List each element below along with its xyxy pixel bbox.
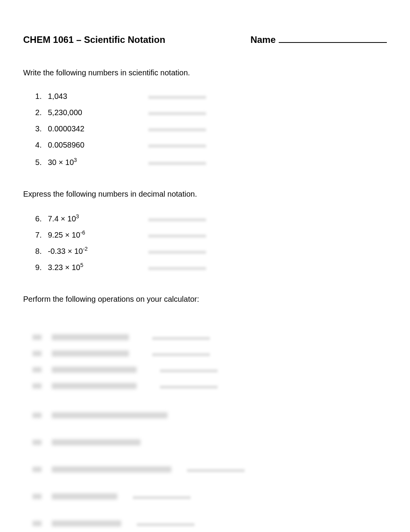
blurred-row	[23, 464, 387, 475]
problem-list-2: 6.7.4 × 1037.9.25 × 10-68.-0.33 × 10-29.…	[23, 213, 387, 274]
answer-blank[interactable]	[148, 128, 206, 131]
blurred-content	[52, 439, 141, 445]
header-row: CHEM 1061 – Scientific Notation Name	[23, 33, 387, 45]
blurred-number	[32, 467, 42, 472]
item-number: 4.	[32, 141, 48, 150]
blurred-row	[23, 491, 387, 502]
item-number: 1.	[32, 92, 48, 101]
blurred-row	[23, 410, 387, 421]
blurred-row	[23, 364, 387, 376]
section-scientific-notation: Write the following numbers in scientifi…	[23, 68, 387, 168]
answer-blank[interactable]	[148, 267, 206, 270]
item-number: 3.	[32, 124, 48, 133]
blurred-content	[52, 383, 137, 389]
blurred-number	[32, 351, 42, 356]
blurred-answer-line	[133, 496, 191, 499]
blurred-row	[23, 518, 387, 529]
item-number: 7.	[32, 231, 48, 240]
item-content: 1,043	[48, 92, 148, 101]
item-number: 6.	[32, 214, 48, 223]
problem-item: 4.0.0058960	[32, 141, 387, 152]
item-content: 5,230,000	[48, 108, 148, 117]
blurred-number	[32, 367, 42, 372]
blurred-content-area	[23, 331, 387, 529]
blurred-content	[52, 493, 117, 500]
problem-item: 8.-0.33 × 10-2	[32, 246, 387, 257]
item-content: -0.33 × 10-2	[48, 246, 148, 256]
blurred-number	[32, 383, 42, 389]
blurred-content	[52, 350, 129, 357]
problem-item: 6.7.4 × 103	[32, 213, 387, 225]
section-calculator-ops: Perform the following operations on your…	[23, 295, 387, 529]
item-content: 0.0000342	[48, 124, 148, 133]
blurred-number	[32, 440, 42, 445]
problem-list-1: 1.1,0432.5,230,0003.0.00003424.0.0058960…	[23, 92, 387, 168]
section-decimal-notation: Express the following numbers in decimal…	[23, 190, 387, 274]
instruction-1: Write the following numbers in scientifi…	[23, 68, 387, 77]
answer-blank[interactable]	[148, 251, 206, 254]
problem-item: 9.3.23 × 105	[32, 262, 387, 274]
blurred-number	[32, 413, 42, 418]
blurred-answer-line	[152, 353, 210, 356]
blurred-content	[52, 520, 121, 527]
blurred-answer-line	[187, 469, 245, 472]
blurred-answer-line	[152, 337, 210, 340]
name-label: Name	[251, 34, 276, 45]
instruction-3: Perform the following operations on your…	[23, 295, 387, 304]
problem-item: 1.1,043	[32, 92, 387, 104]
blurred-content	[52, 367, 137, 373]
item-content: 0.0058960	[48, 141, 148, 150]
answer-blank[interactable]	[148, 112, 206, 115]
problem-item: 7.9.25 × 10-6	[32, 229, 387, 241]
blurred-answer-line	[160, 386, 218, 389]
answer-blank[interactable]	[148, 162, 206, 165]
problem-item: 5.30 × 103	[32, 157, 387, 168]
blurred-number	[32, 521, 42, 526]
item-content: 3.23 × 105	[48, 262, 148, 272]
item-number: 2.	[32, 108, 48, 117]
item-number: 8.	[32, 247, 48, 256]
blurred-answer-line	[160, 369, 218, 372]
item-number: 5.	[32, 158, 48, 167]
blurred-content	[52, 334, 129, 340]
answer-blank[interactable]	[148, 144, 206, 148]
instruction-2: Express the following numbers in decimal…	[23, 190, 387, 199]
blurred-row	[23, 348, 387, 359]
answer-blank[interactable]	[148, 218, 206, 221]
blurred-content	[52, 466, 171, 473]
item-content: 9.25 × 10-6	[48, 229, 148, 240]
blurred-number	[32, 335, 42, 340]
item-content: 30 × 103	[48, 157, 148, 167]
blurred-number	[32, 494, 42, 499]
name-input-line[interactable]	[279, 33, 387, 43]
blurred-row	[23, 380, 387, 392]
problem-item: 3.0.0000342	[32, 124, 387, 136]
blurred-content	[52, 412, 168, 418]
item-number: 9.	[32, 263, 48, 272]
blurred-answer-line	[137, 523, 195, 526]
item-content: 7.4 × 103	[48, 213, 148, 223]
problem-item: 2.5,230,000	[32, 108, 387, 120]
name-field: Name	[251, 33, 387, 45]
answer-blank[interactable]	[148, 235, 206, 238]
blurred-row	[23, 331, 387, 343]
answer-blank[interactable]	[148, 96, 206, 99]
page-title: CHEM 1061 – Scientific Notation	[23, 34, 165, 45]
blurred-row	[23, 437, 387, 448]
